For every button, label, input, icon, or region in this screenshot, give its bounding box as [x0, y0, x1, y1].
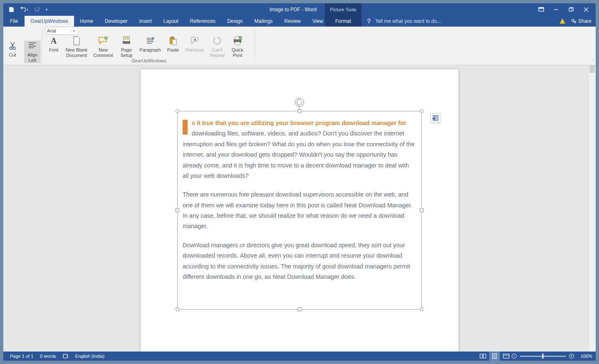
tab-file[interactable]: File [3, 16, 25, 27]
window-title: Image to PDF - Word [48, 7, 538, 12]
zoom-level[interactable]: 100% [577, 354, 592, 359]
paste-button[interactable]: Paste [166, 36, 181, 53]
svg-point-10 [13, 47, 15, 49]
zoom-out-button[interactable]: − [512, 354, 517, 359]
picture-selection-frame[interactable]: s it true that you are utilizing your br… [177, 111, 422, 310]
ribbon-tabs: File GearUpWindows Home Developer Insert… [3, 16, 596, 27]
undo-button[interactable]: ▾ [20, 3, 28, 16]
cut-button[interactable]: Cut [5, 41, 20, 58]
scrollbar-thumb[interactable] [589, 65, 595, 73]
customize-qat-button[interactable]: ▾ [46, 3, 48, 16]
zoom-in-button[interactable]: + [569, 354, 574, 359]
save-button[interactable] [8, 3, 14, 16]
language-indicator[interactable]: English (India) [72, 354, 108, 359]
svg-rect-16 [172, 39, 176, 45]
document-area[interactable]: s it true that you are utilizing your br… [3, 65, 596, 352]
first-line: s it true that you are utilizing your br… [192, 120, 406, 126]
printer-icon [233, 36, 243, 46]
comment-icon [98, 36, 108, 46]
align-left-icon [28, 41, 37, 51]
page-setup-icon [122, 36, 131, 46]
window-controls [538, 3, 596, 16]
spellcheck-icon[interactable] [59, 354, 72, 359]
resize-handle-s[interactable] [298, 307, 302, 311]
layout-options-button[interactable] [431, 113, 441, 123]
svg-rect-15 [171, 37, 174, 38]
paragraph-button[interactable]: Paragraph [139, 36, 161, 53]
ribbon-group-label: GearUpWindows [131, 58, 166, 63]
svg-rect-5 [562, 20, 563, 22]
tab-review[interactable]: Review [279, 16, 307, 27]
font-icon: A [51, 36, 57, 46]
resize-handle-sw[interactable] [176, 307, 179, 311]
new-comment-button[interactable]: New Comment [92, 36, 114, 58]
word-count[interactable]: 0 words [37, 354, 59, 359]
paragraph-3: Download managers or directors give you … [183, 240, 416, 283]
status-bar: Page 1 of 1 0 words English (India) − + … [3, 352, 596, 361]
paragraph-icon [146, 36, 154, 46]
resize-handle-nw[interactable] [176, 109, 179, 113]
view-buttons [478, 352, 512, 361]
clipboard-icon [169, 36, 177, 46]
svg-rect-24 [503, 354, 509, 358]
read-mode-button[interactable] [478, 352, 488, 361]
title-bar: ▾ ▾ Image to PDF - Word Picture Tools [3, 3, 596, 16]
cant-repeat-button: Can't Repeat [209, 36, 225, 58]
font-name-input[interactable] [45, 28, 70, 33]
contextual-tab-header: Picture Tools [325, 3, 361, 16]
font-dialog-button[interactable]: A Font [47, 36, 61, 53]
svg-point-3 [368, 19, 370, 22]
svg-rect-19 [235, 42, 240, 45]
drop-cap [183, 120, 188, 135]
vertical-scrollbar[interactable] [588, 65, 596, 352]
tab-format[interactable]: Format [325, 16, 361, 27]
quick-print-button[interactable]: Quick Print [230, 36, 245, 58]
page-setup-button[interactable]: Page Setup [118, 36, 135, 58]
paragraph-1-rest: downloading files, software, videos, and… [183, 130, 415, 179]
tab-developer[interactable]: Developer [99, 16, 134, 27]
resize-handle-w[interactable] [176, 209, 179, 212]
svg-rect-21 [433, 118, 436, 120]
tab-layout[interactable]: Layout [158, 16, 184, 27]
resize-handle-se[interactable] [420, 307, 423, 311]
new-blank-document-button[interactable]: New Blank Document [65, 36, 88, 58]
warning-icon[interactable] [559, 18, 566, 25]
tab-design[interactable]: Design [221, 16, 248, 27]
redo-button[interactable] [34, 3, 40, 16]
svg-point-9 [10, 47, 12, 49]
page-indicator[interactable]: Page 1 of 1 [7, 354, 37, 359]
align-left-button[interactable]: Align Left [24, 41, 41, 63]
quick-access-toolbar: ▾ ▾ [3, 3, 48, 16]
repeat-icon [213, 36, 222, 46]
ribbon-display-icon[interactable] [538, 7, 544, 12]
page[interactable]: s it true that you are utilizing your br… [141, 69, 458, 352]
font-name-combo[interactable]: ▾ [45, 27, 78, 35]
svg-rect-1 [539, 7, 544, 9]
document-content: s it true that you are utilizing your br… [183, 118, 416, 290]
minimize-button[interactable] [553, 7, 559, 12]
tab-mailings[interactable]: Mailings [249, 16, 279, 27]
previous-button: Previous [185, 36, 205, 53]
collapse-ribbon-button[interactable]: ˆ [592, 59, 593, 64]
chevron-down-icon[interactable]: ▾ [70, 29, 77, 33]
svg-rect-4 [369, 22, 369, 24]
share-button[interactable]: Share [571, 18, 592, 24]
resize-handle-e[interactable] [420, 209, 423, 212]
paragraph-2: There are numerous free pleasant downloa… [183, 189, 416, 232]
scissors-icon [9, 41, 16, 51]
zoom-control: − + 100% [512, 354, 592, 359]
close-button[interactable] [583, 7, 589, 12]
tab-references[interactable]: References [184, 16, 221, 27]
print-layout-button[interactable] [489, 352, 500, 361]
web-layout-button[interactable] [501, 352, 512, 361]
restore-button[interactable] [568, 7, 574, 12]
tell-me-input[interactable]: Tell me what you want to do... [366, 16, 537, 27]
tab-insert[interactable]: Insert [134, 16, 158, 27]
resize-handle-ne[interactable] [420, 109, 423, 113]
svg-rect-2 [569, 8, 572, 11]
zoom-slider-thumb[interactable] [542, 354, 543, 359]
resize-handle-n[interactable] [298, 109, 302, 113]
svg-rect-13 [123, 41, 130, 44]
zoom-slider[interactable] [520, 356, 566, 357]
rotate-handle[interactable] [295, 98, 304, 107]
